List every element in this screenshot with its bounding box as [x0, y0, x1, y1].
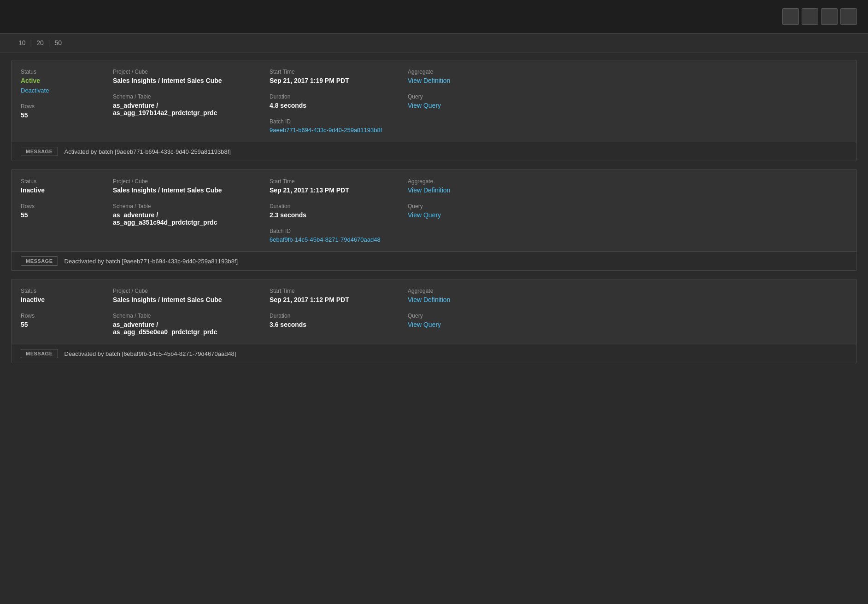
- start-time-group: Start Time Sep 21, 2017 1:12 PM PDT: [270, 288, 408, 303]
- status-group: Status Inactive: [21, 288, 113, 303]
- project-cube-label: Project / Cube: [113, 178, 270, 185]
- rows-value: 55: [21, 211, 113, 219]
- query-label: Query: [408, 313, 847, 319]
- query-group: Query View Query: [408, 93, 847, 109]
- message-text: Deactivated by batch [6ebaf9fb-14c5-45b4…: [65, 350, 236, 357]
- start-time-value: Sep 21, 2017 1:12 PM PDT: [270, 296, 408, 303]
- instance-card: Status Inactive Rows 55 Project / Cube S…: [11, 279, 857, 363]
- view-bar: 10 | 20 | 50: [0, 34, 868, 52]
- header-controls: [782, 8, 857, 25]
- batch-id-group: Batch ID 6ebaf9fb-14c5-45b4-8271-79d4670…: [270, 228, 408, 243]
- aggregate-group: Aggregate View Definition: [408, 69, 847, 84]
- instance-card: Status Active Deactivate Rows 55 Project…: [11, 60, 857, 161]
- schema-table-value: as_adventure /as_agg_a351c94d_prdctctgr_…: [113, 211, 270, 226]
- schema-table-group: Schema / Table as_adventure /as_agg_d55e…: [113, 313, 270, 336]
- instance-card: Status Inactive Rows 55 Project / Cube S…: [11, 169, 857, 271]
- project-cube-label: Project / Cube: [113, 288, 270, 294]
- instance-body: Status Inactive Rows 55 Project / Cube S…: [12, 279, 856, 344]
- rows-label: Rows: [21, 203, 113, 209]
- view-option-50[interactable]: 50: [52, 38, 65, 47]
- view-option-20[interactable]: 20: [34, 38, 47, 47]
- query-group: Query View Query: [408, 203, 847, 219]
- batch-id-value: 9aeeb771-b694-433c-9d40-259a81193b8f: [270, 127, 408, 134]
- duration-value: 3.6 seconds: [270, 321, 408, 328]
- view-option-10[interactable]: 10: [16, 38, 29, 47]
- aggregate-label: Aggregate: [408, 288, 847, 294]
- schema-table-value: as_adventure /as_agg_d55e0ea0_prdctctgr_…: [113, 321, 270, 336]
- prev-button[interactable]: [802, 8, 818, 25]
- rows-label: Rows: [21, 103, 113, 110]
- status-value: Inactive: [21, 296, 113, 303]
- rows-value: 55: [21, 321, 113, 328]
- batch-id-value: 6ebaf9fb-14c5-45b4-8271-79d4670aad48: [270, 236, 408, 243]
- view-query-link[interactable]: View Query: [408, 321, 847, 328]
- duration-label: Duration: [270, 313, 408, 319]
- status-group: Status Active Deactivate: [21, 69, 113, 94]
- view-definition-link[interactable]: View Definition: [408, 186, 847, 194]
- duration-group: Duration 4.8 seconds: [270, 93, 408, 109]
- duration-label: Duration: [270, 93, 408, 100]
- message-text: Activated by batch [9aeeb771-b694-433c-9…: [65, 148, 231, 155]
- message-tag: MESSAGE: [21, 147, 58, 156]
- query-group: Query View Query: [408, 313, 847, 328]
- status-value: Inactive: [21, 186, 113, 194]
- rows-group: Rows 55: [21, 103, 113, 119]
- aggregate-label: Aggregate: [408, 178, 847, 185]
- rows-group: Rows 55: [21, 203, 113, 219]
- message-tag: MESSAGE: [21, 256, 58, 266]
- start-time-group: Start Time Sep 21, 2017 1:13 PM PDT: [270, 178, 408, 194]
- query-label: Query: [408, 203, 847, 209]
- view-definition-link[interactable]: View Definition: [408, 296, 847, 303]
- aggregate-group: Aggregate View Definition: [408, 288, 847, 303]
- start-time-value: Sep 21, 2017 1:13 PM PDT: [270, 186, 408, 194]
- project-cube-group: Project / Cube Sales Insights / Internet…: [113, 288, 270, 303]
- page-header: [0, 0, 868, 34]
- schema-table-label: Schema / Table: [113, 203, 270, 209]
- start-time-label: Start Time: [270, 288, 408, 294]
- start-time-value: Sep 21, 2017 1:19 PM PDT: [270, 77, 408, 84]
- project-cube-group: Project / Cube Sales Insights / Internet…: [113, 178, 270, 194]
- status-label: Status: [21, 288, 113, 294]
- message-text: Deactivated by batch [9aeeb771-b694-433c…: [65, 258, 238, 265]
- aggregate-group: Aggregate View Definition: [408, 178, 847, 194]
- batch-id-label: Batch ID: [270, 118, 408, 125]
- project-cube-group: Project / Cube Sales Insights / Internet…: [113, 69, 270, 84]
- status-label: Status: [21, 69, 113, 75]
- message-tag: MESSAGE: [21, 349, 58, 358]
- message-bar: MESSAGE Deactivated by batch [6ebaf9fb-1…: [12, 344, 856, 363]
- rows-value: 55: [21, 111, 113, 119]
- project-cube-value: Sales Insights / Internet Sales Cube: [113, 186, 270, 194]
- status-label: Status: [21, 178, 113, 185]
- project-cube-value: Sales Insights / Internet Sales Cube: [113, 77, 270, 84]
- status-group: Status Inactive: [21, 178, 113, 194]
- query-label: Query: [408, 93, 847, 100]
- instance-body: Status Active Deactivate Rows 55 Project…: [12, 60, 856, 142]
- page-number: [821, 8, 838, 25]
- project-cube-value: Sales Insights / Internet Sales Cube: [113, 296, 270, 303]
- duration-group: Duration 3.6 seconds: [270, 313, 408, 328]
- view-definition-link[interactable]: View Definition: [408, 77, 847, 84]
- view-query-link[interactable]: View Query: [408, 102, 847, 109]
- instances-list: Status Active Deactivate Rows 55 Project…: [0, 52, 868, 379]
- status-value: Active: [21, 77, 113, 84]
- project-cube-label: Project / Cube: [113, 69, 270, 75]
- schema-table-value: as_adventure /as_agg_197b14a2_prdctctgr_…: [113, 102, 270, 116]
- start-time-label: Start Time: [270, 178, 408, 185]
- message-bar: MESSAGE Activated by batch [9aeeb771-b69…: [12, 142, 856, 161]
- duration-label: Duration: [270, 203, 408, 209]
- deactivate-link[interactable]: Deactivate: [21, 87, 113, 94]
- next-button[interactable]: [840, 8, 857, 25]
- message-bar: MESSAGE Deactivated by batch [9aeeb771-b…: [12, 251, 856, 270]
- refresh-button[interactable]: [782, 8, 799, 25]
- rows-group: Rows 55: [21, 313, 113, 328]
- view-query-link[interactable]: View Query: [408, 211, 847, 219]
- duration-value: 2.3 seconds: [270, 211, 408, 219]
- batch-id-group: Batch ID 9aeeb771-b694-433c-9d40-259a811…: [270, 118, 408, 134]
- duration-group: Duration 2.3 seconds: [270, 203, 408, 219]
- aggregate-label: Aggregate: [408, 69, 847, 75]
- batch-id-label: Batch ID: [270, 228, 408, 234]
- start-time-group: Start Time Sep 21, 2017 1:19 PM PDT: [270, 69, 408, 84]
- schema-table-label: Schema / Table: [113, 93, 270, 100]
- schema-table-label: Schema / Table: [113, 313, 270, 319]
- instance-body: Status Inactive Rows 55 Project / Cube S…: [12, 170, 856, 251]
